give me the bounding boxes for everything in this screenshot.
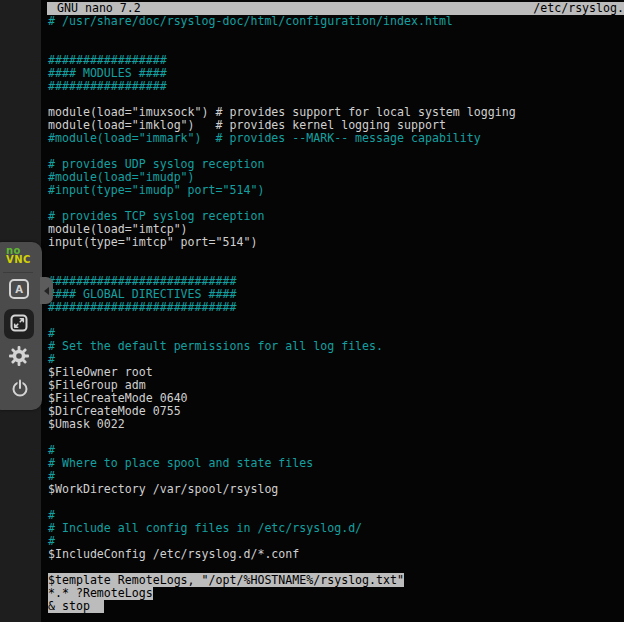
editor-line[interactable]: # /usr/share/doc/rsyslog-doc/html/config…: [48, 15, 624, 28]
editor-line[interactable]: $IncludeConfig /etc/rsyslog.d/*.conf: [48, 548, 624, 561]
power-icon: [9, 377, 31, 402]
panel-divider: [3, 272, 33, 273]
clipboard-icon: A: [9, 279, 29, 299]
open-file-path-label: /etc/rsyslog.: [533, 2, 624, 15]
vnc-session-screen: GNU nano 7.2 /etc/rsyslog. # /usr/share/…: [0, 0, 624, 622]
editor-line[interactable]: $Umask 0022: [48, 418, 624, 431]
settings-button[interactable]: [7, 345, 31, 369]
editor-line[interactable]: [48, 28, 624, 41]
editor-line[interactable]: [48, 249, 624, 262]
editor-line[interactable]: # Set the default permissions for all lo…: [48, 340, 624, 353]
collapse-arrow-left-icon: [44, 287, 49, 295]
editor-line[interactable]: & stop: [48, 600, 624, 613]
panel-collapse-handle[interactable]: [40, 277, 53, 304]
editor-line[interactable]: #input(type="imudp" port="514"): [48, 184, 624, 197]
power-button[interactable]: [9, 378, 31, 400]
novnc-logo: no VNC: [6, 246, 31, 264]
fullscreen-icon: [9, 313, 29, 336]
editor-line[interactable]: # Include all config files in /etc/rsysl…: [48, 522, 624, 535]
editor-line[interactable]: [48, 431, 624, 444]
editor-line[interactable]: ###########################: [48, 301, 624, 314]
editor-line[interactable]: $DirCreateMode 0755: [48, 405, 624, 418]
editor-line[interactable]: [48, 496, 624, 509]
editor-line[interactable]: #################: [48, 80, 624, 93]
clipboard-icon-letter: A: [15, 284, 23, 295]
clipboard-button[interactable]: A: [8, 278, 30, 300]
editor-line[interactable]: input(type="imtcp" port="514"): [48, 236, 624, 249]
editor-line[interactable]: [48, 314, 624, 327]
editor-line[interactable]: #module(load="immark") # provides --MARK…: [48, 132, 624, 145]
novnc-logo-bottom: VNC: [6, 255, 31, 264]
fullscreen-button[interactable]: [4, 309, 34, 339]
vnc-control-bar: no VNC A: [0, 242, 42, 410]
editor-line[interactable]: # Where to place spool and state files: [48, 457, 624, 470]
editor-line[interactable]: *.* ?RemoteLogs: [48, 587, 624, 600]
editor-line[interactable]: $WorkDirectory /var/spool/rsyslog: [48, 483, 624, 496]
editor-screen[interactable]: # /usr/share/doc/rsyslog-doc/html/config…: [48, 15, 624, 613]
gear-icon: [7, 344, 31, 371]
